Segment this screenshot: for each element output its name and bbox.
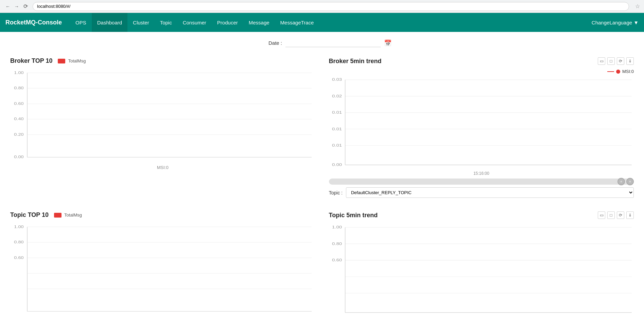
nav-dashboard[interactable]: Dashboard: [92, 13, 127, 32]
topic-field-label: Topic :: [329, 190, 343, 195]
broker-top10-panel: Broker TOP 10 TotalMsg 1.00 0.80 0.60 0.…: [10, 57, 315, 198]
refresh-chart-icon[interactable]: ⟳: [617, 57, 624, 65]
broker-5min-time: 15:16:00: [329, 171, 634, 176]
topic-top10-legend-label: TotalMsg: [64, 212, 82, 218]
svg-text:0.00: 0.00: [14, 155, 23, 159]
url-text: localhost:8080/#/: [37, 4, 70, 9]
range-handle-right[interactable]: ≡: [626, 178, 634, 185]
main-content: Date : 📅 Broker TOP 10 TotalMsg 1.00 0.8…: [0, 32, 644, 336]
broker-5min-legend-label: MSI:0: [622, 69, 634, 74]
svg-text:1.00: 1.00: [14, 224, 23, 229]
svg-text:0.00: 0.00: [332, 163, 342, 167]
topic-top10-title: Topic TOP 10: [10, 211, 49, 219]
svg-text:1.00: 1.00: [332, 225, 342, 229]
broker-5min-legend: MSI:0: [329, 69, 634, 74]
topic-top10-legend-box: [54, 213, 62, 218]
topic-selector-row: Topic : DefaultCluster_REPLY_TOPIC Defau…: [329, 187, 634, 198]
range-track: ≡ ≡: [329, 179, 634, 185]
nav-messagetrace[interactable]: MessageTrace: [275, 13, 319, 32]
url-bar[interactable]: localhost:8080/#/: [33, 2, 629, 11]
broker-top10-legend-label: TotalMsg: [68, 58, 86, 63]
topic-fullscreen-icon[interactable]: □: [607, 211, 615, 219]
topic-select[interactable]: DefaultCluster_REPLY_TOPIC DefaultCluste…: [346, 187, 634, 198]
topic-5min-title: Topic 5min trend: [329, 212, 378, 219]
broker-5min-chart: 0.03 0.02 0.01 0.01 0.01 0.00: [329, 75, 634, 170]
broker-5min-title: Broker 5min trend: [329, 58, 382, 65]
topic-top10-chart: 1.00 0.80 0.60: [10, 223, 315, 318]
svg-text:0.01: 0.01: [332, 127, 342, 131]
range-handle-left[interactable]: ≡: [617, 178, 625, 185]
date-input[interactable]: [285, 39, 381, 47]
svg-text:0.80: 0.80: [332, 241, 342, 246]
topic-expand-icon[interactable]: ▭: [598, 211, 605, 219]
broker-top10-msi: MSI:0: [10, 165, 315, 170]
change-language-button[interactable]: ChangeLanguage ▼: [592, 20, 639, 25]
date-label: Date :: [268, 40, 282, 46]
dropdown-arrow-icon: ▼: [633, 20, 639, 25]
topic-5min-panel: Topic 5min trend ▭ □ ⟳ ⇓ 1.00 0.80 0.60: [329, 211, 634, 318]
svg-text:0.80: 0.80: [14, 240, 23, 244]
charts-top-row: Broker TOP 10 TotalMsg 1.00 0.80 0.60 0.…: [10, 57, 634, 198]
svg-text:0.40: 0.40: [14, 117, 23, 121]
nav-ops[interactable]: OPS: [70, 13, 92, 32]
broker-top10-legend-box: [58, 59, 65, 63]
svg-text:0.80: 0.80: [14, 86, 23, 90]
navbar: RocketMQ-Console OPS Dashboard Cluster T…: [0, 13, 644, 32]
calendar-icon[interactable]: 📅: [384, 39, 391, 47]
broker-5min-panel: Broker 5min trend ▭ □ ⟳ ⇓ MSI:0 0.03 0.0…: [329, 57, 634, 198]
browser-bar: ← → ⟳ localhost:8080/#/ ☆: [0, 0, 644, 13]
svg-text:0.03: 0.03: [332, 77, 342, 82]
msi-legend-dot: [616, 70, 620, 74]
nav-cluster[interactable]: Cluster: [127, 13, 155, 32]
fullscreen-icon[interactable]: □: [607, 57, 615, 65]
nav-producer[interactable]: Producer: [212, 13, 243, 32]
nav-topic[interactable]: Topic: [155, 13, 177, 32]
topic-download-icon[interactable]: ⇓: [626, 211, 634, 219]
svg-text:0.60: 0.60: [14, 255, 23, 260]
svg-text:0.60: 0.60: [14, 101, 23, 106]
download-icon[interactable]: ⇓: [626, 57, 634, 65]
forward-button[interactable]: →: [13, 3, 20, 10]
back-button[interactable]: ←: [4, 3, 12, 10]
broker-top10-title: Broker TOP 10: [10, 57, 52, 64]
topic-refresh-chart-icon[interactable]: ⟳: [617, 211, 624, 219]
bookmark-icon[interactable]: ☆: [635, 3, 640, 10]
svg-text:0.01: 0.01: [332, 143, 342, 147]
topic-5min-chart: 1.00 0.80 0.60: [329, 223, 634, 318]
date-row: Date : 📅: [268, 39, 634, 47]
svg-text:1.00: 1.00: [14, 70, 23, 75]
svg-text:0.60: 0.60: [332, 258, 342, 262]
range-slider[interactable]: ≡ ≡: [329, 179, 634, 185]
nav-message[interactable]: Message: [243, 13, 275, 32]
svg-text:0.20: 0.20: [14, 132, 23, 137]
brand-logo: RocketMQ-Console: [5, 19, 62, 26]
svg-text:0.02: 0.02: [332, 94, 342, 98]
charts-bottom-row: Topic TOP 10 TotalMsg 1.00 0.80 0.60: [10, 211, 634, 318]
svg-text:0.01: 0.01: [332, 110, 342, 115]
expand-icon[interactable]: ▭: [598, 57, 605, 65]
refresh-button[interactable]: ⟳: [22, 3, 29, 10]
nav-consumer[interactable]: Consumer: [177, 13, 212, 32]
topic-top10-panel: Topic TOP 10 TotalMsg 1.00 0.80 0.60: [10, 211, 315, 318]
broker-top10-chart: 1.00 0.80 0.60 0.40 0.20 0.00: [10, 69, 315, 164]
